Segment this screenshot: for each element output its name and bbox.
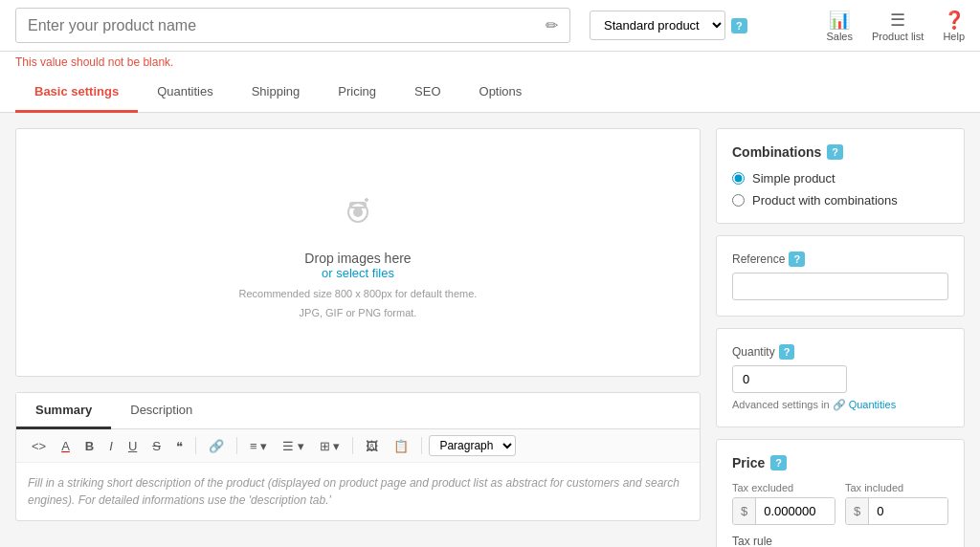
tabs-bar: Basic settings Quantities Shipping Prici… <box>0 73 980 113</box>
tax-excluded-currency: $ <box>733 498 756 524</box>
sales-icon: 📊 <box>829 10 850 31</box>
editor-content-area[interactable]: Fill in a striking short description of … <box>16 463 700 520</box>
tab-options[interactable]: Options <box>460 73 542 113</box>
advanced-settings-text: Advanced settings in 🔗 Quantities <box>732 399 948 411</box>
tax-excluded-input[interactable] <box>756 498 835 524</box>
toolbar-underline-btn[interactable]: U <box>122 436 143 456</box>
left-panel: Drop images here or select files Recomme… <box>15 128 701 547</box>
validation-error: This value should not be blank. <box>0 52 980 73</box>
price-title: Price ? <box>732 455 948 470</box>
toolbar-italic-btn[interactable]: I <box>103 436 119 456</box>
tab-pricing[interactable]: Pricing <box>319 73 395 113</box>
radio-with-combinations-label: Product with combinations <box>752 193 898 208</box>
editor-toolbar: <> A B I U S ❝ 🔗 ≡ ▾ ☰ ▾ ⊞ ▾ 🖼 📋 Paragra… <box>16 429 700 463</box>
radio-simple-product-label: Simple product <box>752 171 835 186</box>
image-upload-area[interactable]: Drop images here or select files Recomme… <box>15 128 701 377</box>
toolbar-align-btn[interactable]: ≡ ▾ <box>244 436 273 456</box>
product-type-info-badge[interactable]: ? <box>731 18 747 33</box>
camera-icon <box>334 186 382 243</box>
tax-included-col: Tax included $ <box>845 482 948 525</box>
toolbar-divider-4 <box>421 437 422 454</box>
top-bar: ✏ Standard product Pack of products Virt… <box>0 0 980 52</box>
toolbar-divider-1 <box>195 437 196 454</box>
toolbar-divider-2 <box>236 437 237 454</box>
nav-label-help: Help <box>943 31 965 42</box>
nav-item-product-list[interactable]: ☰ Product list <box>872 10 924 42</box>
product-name-input[interactable] <box>16 10 534 42</box>
radio-with-combinations[interactable]: Product with combinations <box>732 193 948 208</box>
price-section: Price ? Tax excluded $ Tax included $ <box>716 439 965 547</box>
price-info-badge[interactable]: ? <box>770 455 787 470</box>
tab-basic-settings[interactable]: Basic settings <box>15 73 138 113</box>
tax-included-currency: $ <box>846 498 869 524</box>
reference-input[interactable] <box>732 273 948 300</box>
content-tab-description[interactable]: Description <box>111 393 212 429</box>
toolbar-indent-btn[interactable]: ⊞ ▾ <box>314 436 346 456</box>
toolbar-bold-btn[interactable]: B <box>79 436 100 456</box>
combinations-radio-group: Simple product Product with combinations <box>732 171 948 208</box>
tax-excluded-wrap: $ <box>732 497 835 525</box>
paragraph-select[interactable]: Paragraph <box>429 435 516 456</box>
tax-excluded-label: Tax excluded <box>732 482 835 493</box>
radio-simple-product-input[interactable] <box>732 172 745 185</box>
drop-text: Drop images here <box>304 251 411 266</box>
toolbar-link-btn[interactable]: 🔗 <box>203 436 230 456</box>
quantity-info-badge[interactable]: ? <box>779 344 795 360</box>
combinations-section: Combinations ? Simple product Product wi… <box>716 128 965 224</box>
product-name-wrap: ✏ <box>15 8 570 43</box>
toolbar-quote-btn[interactable]: ❝ <box>170 436 189 456</box>
tab-quantities[interactable]: Quantities <box>138 73 233 113</box>
toolbar-list-btn[interactable]: ☰ ▾ <box>277 436 310 456</box>
toolbar-strikethrough-btn[interactable]: S <box>146 436 167 456</box>
rec-text-line2: JPG, GIF or PNG format. <box>300 307 417 318</box>
tab-seo[interactable]: SEO <box>395 73 459 113</box>
combinations-info-badge[interactable]: ? <box>827 144 843 160</box>
nav-label-product-list: Product list <box>872 31 924 42</box>
quantity-section: Quantity ? Advanced settings in 🔗 Quanti… <box>716 328 965 427</box>
quantity-input[interactable] <box>732 365 847 393</box>
content-tabs-bar: Summary Description <box>16 393 700 429</box>
top-nav: 📊 Sales ☰ Product list ❓ Help <box>826 10 965 42</box>
product-list-icon: ☰ <box>890 10 905 31</box>
nav-label-sales: Sales <box>826 31 853 42</box>
quantity-label: Quantity ? <box>732 344 948 360</box>
toolbar-image-btn[interactable]: 🖼 <box>360 436 384 456</box>
svg-point-4 <box>353 208 363 217</box>
nav-item-help[interactable]: ❓ Help <box>943 10 965 42</box>
tax-excluded-col: Tax excluded $ <box>732 482 835 525</box>
reference-label: Reference ? <box>732 252 948 267</box>
toolbar-color-btn[interactable]: A <box>56 436 76 456</box>
toolbar-table-btn[interactable]: 📋 <box>388 436 414 456</box>
product-type-select[interactable]: Standard product Pack of products Virtua… <box>590 11 725 40</box>
help-icon: ❓ <box>944 10 965 31</box>
tax-included-input[interactable] <box>869 498 947 524</box>
reference-info-badge[interactable]: ? <box>789 252 805 267</box>
reference-section: Reference ? <box>716 235 965 317</box>
tax-included-label: Tax included <box>845 482 948 493</box>
quantities-link[interactable]: 🔗 Quantities <box>833 399 897 410</box>
tab-shipping[interactable]: Shipping <box>233 73 320 113</box>
main-content: Drop images here or select files Recomme… <box>0 113 980 547</box>
select-files-link[interactable]: or select files <box>322 266 394 280</box>
nav-item-sales[interactable]: 📊 Sales <box>826 10 853 42</box>
price-row: Tax excluded $ Tax included $ <box>732 482 948 525</box>
quantities-link-icon: 🔗 <box>833 399 846 410</box>
radio-simple-product[interactable]: Simple product <box>732 171 948 186</box>
rec-text-line1: Recommended size 800 x 800px for default… <box>239 288 478 299</box>
product-type-wrap: Standard product Pack of products Virtua… <box>590 11 747 40</box>
edit-icon[interactable]: ✏ <box>534 9 569 42</box>
tax-rule-label: Tax rule <box>732 535 948 547</box>
radio-with-combinations-input[interactable] <box>732 194 745 207</box>
tax-included-wrap: $ <box>845 497 948 525</box>
content-tab-summary[interactable]: Summary <box>16 393 111 429</box>
toolbar-code-btn[interactable]: <> <box>26 436 52 456</box>
combinations-title: Combinations ? <box>732 144 948 160</box>
right-panel: Combinations ? Simple product Product wi… <box>716 128 965 547</box>
toolbar-divider-3 <box>352 437 353 454</box>
content-tabs: Summary Description <> A B I U S ❝ 🔗 ≡ ▾… <box>15 392 701 521</box>
